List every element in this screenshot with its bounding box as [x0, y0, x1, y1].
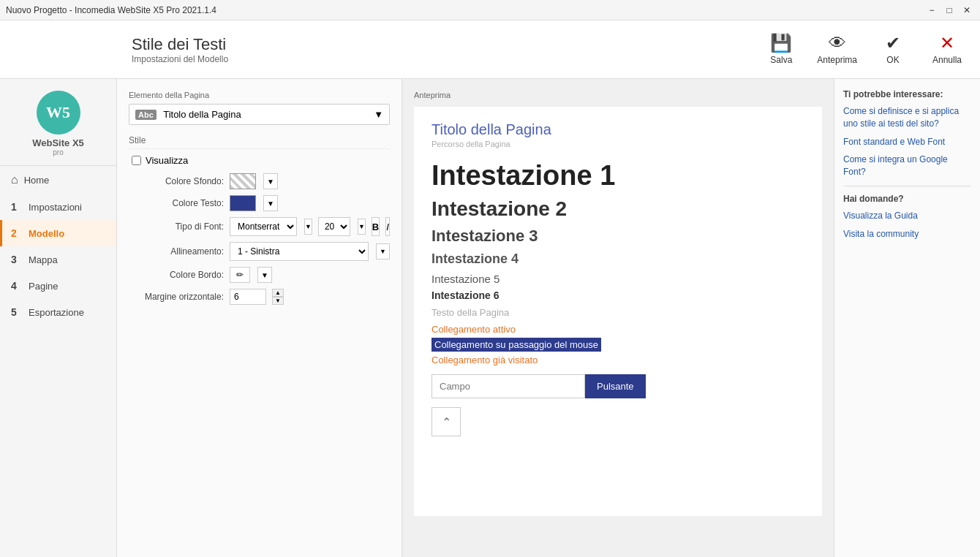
preview-h4: Intestazione 4: [431, 251, 804, 267]
main-content: Elemento della Pagina Abc Titolo della P…: [117, 79, 980, 557]
ok-icon: ✔: [886, 34, 900, 52]
colore-bordo-label: Colore Bordo:: [129, 270, 224, 280]
close-button[interactable]: ✕: [960, 3, 974, 18]
logo-circle: W5: [37, 91, 80, 134]
colore-bordo-row: Colore Bordo: ✏ ▼: [129, 267, 390, 283]
preview-h5: Intestazione 5: [431, 273, 804, 285]
visualizza-row: Visualizza: [132, 155, 390, 166]
colore-sfondo-swatch[interactable]: [230, 173, 256, 189]
sidebar-item-label-modello: Modello: [29, 228, 64, 239]
preview-panel: Anteprima Titolo della Pagina Percorso d…: [402, 79, 834, 557]
tipo-font-row: Tipo di Font: Montserrat ▼ 20 ▼ B I: [129, 217, 390, 236]
border-edit-icon: ✏: [236, 270, 244, 280]
sidebar-item-pagine[interactable]: 4 Pagine: [0, 273, 116, 299]
sidebar-item-label-pagine: Pagine: [29, 281, 58, 292]
app-container: Stile dei Testi Impostazioni del Modello…: [0, 20, 980, 557]
preview-label: Anteprima: [414, 91, 822, 99]
left-panel: Elemento della Pagina Abc Titolo della P…: [117, 79, 402, 557]
colore-bordo-btn[interactable]: ✏: [230, 267, 250, 283]
sidebar-item-home[interactable]: ⌂ Home: [0, 166, 116, 194]
logo-sub: pro: [53, 148, 63, 156]
preview-button[interactable]: 👁 Anteprima: [817, 34, 857, 65]
font-size-select[interactable]: 20: [318, 217, 350, 236]
nav-num-3: 3: [11, 254, 23, 265]
align-arrow[interactable]: ▼: [376, 243, 390, 259]
sidebar-item-label-impostazioni: Impostazioni: [29, 202, 82, 213]
right-panel: Ti potrebbe interessare: Come si definis…: [834, 79, 980, 557]
sidebar: W5 WebSite X5 pro ⌂ Home 1 Impostazioni …: [0, 79, 117, 557]
sidebar-item-esportazione[interactable]: 5 Esportazione: [0, 299, 116, 325]
title-bar: Nuovo Progetto - Incomedia WebSite X5 Pr…: [0, 0, 980, 20]
right-panel-questions-heading: Hai domande?: [843, 194, 971, 204]
margine-up[interactable]: ▲: [272, 289, 284, 297]
ok-button[interactable]: ✔ OK: [875, 34, 911, 65]
right-panel-heading: Ti potrebbe interessare:: [843, 89, 971, 99]
body-container: W5 WebSite X5 pro ⌂ Home 1 Impostazioni …: [0, 79, 980, 557]
sidebar-logo: W5 WebSite X5 pro: [0, 79, 116, 166]
preview-breadcrumb: Percorso della Pagina: [431, 140, 804, 148]
style-section-title: Stile: [129, 135, 390, 149]
preview-scroll-btn[interactable]: ⌃: [431, 407, 461, 436]
sidebar-item-modello[interactable]: 2 Modello: [0, 220, 116, 246]
margine-input[interactable]: [230, 289, 266, 305]
sidebar-nav: ⌂ Home 1 Impostazioni 2 Modello 3 Mappa …: [0, 166, 116, 557]
preview-form-row: Pulsante: [431, 374, 804, 398]
logo-text: W5: [46, 103, 70, 122]
right-link-community[interactable]: Visita la community: [843, 228, 971, 240]
minimize-button[interactable]: −: [924, 3, 939, 18]
preview-link-visited: Collegamento già visitato: [431, 355, 804, 365]
right-link-0[interactable]: Come si definisce e si applica uno stile…: [843, 105, 971, 130]
right-link-2[interactable]: Come si integra un Google Font?: [843, 154, 971, 178]
preview-icon: 👁: [829, 34, 846, 52]
italic-button[interactable]: I: [385, 217, 390, 236]
visualizza-checkbox[interactable]: [132, 156, 141, 165]
toolbar: Stile dei Testi Impostazioni del Modello…: [0, 20, 980, 79]
element-dropdown-content: Abc Titolo della Pagina: [135, 109, 241, 120]
cancel-icon: ✕: [940, 34, 954, 52]
margine-row: Margine orizzontale: ▲ ▼: [129, 289, 390, 305]
right-panel-divider: [843, 186, 971, 186]
colore-testo-row: Colore Testo: ▼: [129, 195, 390, 211]
preview-button[interactable]: Pulsante: [585, 374, 646, 398]
sidebar-item-label-home: Home: [24, 175, 50, 186]
preview-h3: Intestazione 3: [431, 227, 804, 246]
colore-bordo-arrow[interactable]: ▼: [257, 267, 272, 283]
colore-sfondo-arrow[interactable]: ▼: [263, 173, 278, 189]
font-arrow[interactable]: ▼: [304, 219, 312, 235]
preview-h1: Intestazione 1: [431, 160, 804, 192]
sidebar-item-mappa[interactable]: 3 Mappa: [0, 246, 116, 273]
home-icon: ⌂: [11, 173, 18, 186]
right-link-guide[interactable]: Visualizza la Guida: [843, 210, 971, 222]
nav-num-2: 2: [11, 227, 23, 239]
margine-down[interactable]: ▼: [272, 297, 284, 305]
toolbar-actions: 💾 Salva 👁 Anteprima ✔ OK ✕ Annulla: [763, 34, 965, 65]
font-select[interactable]: Montserrat: [230, 217, 297, 236]
title-controls: − □ ✕: [924, 3, 974, 18]
ok-label: OK: [886, 55, 899, 65]
sidebar-item-label-esportazione: Esportazione: [29, 307, 84, 318]
font-size-arrow[interactable]: ▼: [358, 219, 366, 235]
toolbar-title-section: Stile dei Testi Impostazioni del Modello: [132, 35, 741, 64]
maximize-button[interactable]: □: [942, 3, 957, 18]
visualizza-label: Visualizza: [146, 155, 188, 166]
title-text: Nuovo Progetto - Incomedia WebSite X5 Pr…: [6, 5, 216, 15]
cancel-button[interactable]: ✕ Annulla: [929, 34, 965, 65]
preview-link-active: Collegamento attivo: [431, 324, 804, 335]
preview-field[interactable]: [431, 374, 585, 398]
colore-testo-swatch[interactable]: [230, 195, 256, 211]
colore-testo-arrow[interactable]: ▼: [263, 195, 278, 211]
right-link-1[interactable]: Font standard e Web Font: [843, 136, 971, 148]
element-dropdown[interactable]: Abc Titolo della Pagina ▼: [129, 104, 390, 125]
allineamento-label: Allineamento:: [129, 246, 224, 257]
page-title: Stile dei Testi: [132, 35, 741, 54]
bold-button[interactable]: B: [372, 217, 380, 236]
tipo-font-label: Tipo di Font:: [129, 221, 224, 232]
save-button[interactable]: 💾 Salva: [763, 34, 799, 65]
cancel-label: Annulla: [932, 55, 962, 65]
sidebar-item-impostazioni[interactable]: 1 Impostazioni: [0, 194, 116, 220]
nav-num-4: 4: [11, 280, 23, 292]
colore-sfondo-row: Colore Sfondo: ▼: [129, 173, 390, 189]
allineamento-select[interactable]: 1 - Sinistra: [230, 242, 369, 261]
sidebar-item-label-mappa: Mappa: [29, 254, 58, 265]
preview-h2: Intestazione 2: [431, 197, 804, 221]
